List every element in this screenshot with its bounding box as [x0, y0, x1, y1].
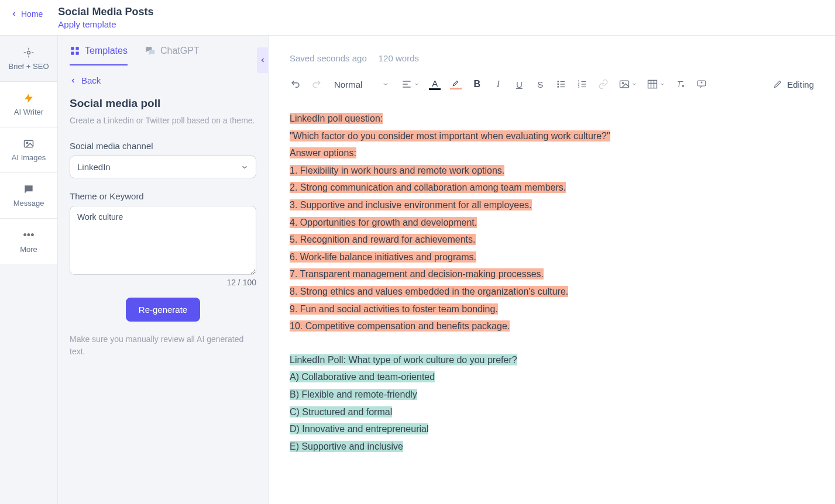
content-line: 5. Recognition and reward for achievemen…	[290, 234, 476, 245]
collapse-panel-button[interactable]	[257, 47, 269, 73]
content-line: 1. Flexibility in work hours and remote …	[290, 165, 504, 176]
align-button[interactable]	[401, 78, 420, 90]
editor-toolbar: Normal A B I U S 123	[290, 78, 814, 90]
bolt-icon	[23, 92, 35, 104]
svg-rect-10	[76, 52, 79, 55]
target-icon	[23, 47, 35, 58]
templates-icon	[70, 46, 80, 56]
chevron-down-icon	[414, 81, 420, 87]
tab-label: ChatGPT	[160, 46, 200, 56]
theme-input[interactable]	[70, 206, 256, 275]
back-button[interactable]: Back	[70, 75, 256, 85]
rail-label: Brief + SEO	[9, 62, 49, 71]
editing-label-text: Editing	[787, 80, 814, 89]
template-title: Social media poll	[70, 97, 256, 110]
content-line: LinkedIn Poll: What type of work culture…	[290, 354, 517, 365]
editor-content[interactable]: LinkedIn poll question: "Which factor do…	[290, 110, 814, 455]
theme-label: Theme or Keyword	[70, 191, 256, 201]
content-line: B) Flexible and remote-friendly	[290, 389, 417, 400]
rail-more[interactable]: ••• More	[0, 218, 57, 264]
format-select[interactable]: Normal	[332, 80, 391, 89]
underline-button[interactable]: U	[513, 78, 525, 90]
home-label: Home	[21, 9, 43, 19]
page-title: Social Media Posts	[58, 6, 153, 18]
chat-icon	[23, 184, 35, 195]
strike-button[interactable]: S	[534, 78, 546, 90]
numbered-list-button[interactable]: 123	[576, 78, 588, 90]
rail-message[interactable]: Message	[0, 172, 57, 218]
home-link[interactable]: Home	[6, 6, 47, 22]
svg-point-15	[558, 84, 559, 85]
bullet-list-button[interactable]	[555, 78, 567, 90]
content-line: "Which factor do you consider most impor…	[290, 130, 610, 141]
content-line: 2. Strong communication and collaboratio…	[290, 182, 566, 193]
chevron-left-icon	[259, 57, 266, 64]
content-line: 6. Work-life balance initiatives and pro…	[290, 251, 476, 263]
content-line: LinkedIn poll question:	[290, 113, 383, 124]
svg-rect-26	[620, 81, 629, 88]
channel-value: LinkedIn	[77, 162, 111, 172]
pencil-icon	[773, 80, 782, 89]
content-line: 7. Transparent management and decision-m…	[290, 268, 544, 279]
content-line: 10. Competitive compensation and benefit…	[290, 320, 510, 332]
svg-text:3: 3	[578, 85, 580, 88]
tab-templates[interactable]: Templates	[70, 46, 128, 65]
highlight-color-button[interactable]	[450, 79, 462, 89]
content-line: C) Structured and formal	[290, 406, 392, 417]
template-panel: Templates ChatGPT Back Social media poll…	[58, 36, 269, 504]
chevron-left-icon	[11, 11, 18, 18]
clear-format-button[interactable]	[675, 78, 686, 90]
italic-button[interactable]: I	[492, 78, 504, 90]
content-line: 4. Opportunities for growth and developm…	[290, 217, 477, 228]
svg-rect-7	[71, 47, 74, 50]
format-label: Normal	[334, 80, 362, 89]
channel-label: Social media channel	[70, 141, 256, 151]
undo-button[interactable]	[290, 78, 301, 90]
svg-rect-8	[76, 47, 79, 50]
comment-button[interactable]	[696, 78, 707, 90]
svg-point-27	[623, 82, 624, 84]
svg-point-14	[558, 81, 559, 82]
content-line: A) Collaborative and team-oriented	[290, 371, 435, 382]
apply-template-link[interactable]: Apply template	[58, 19, 153, 29]
tab-chatgpt[interactable]: ChatGPT	[144, 45, 200, 66]
word-count: 120 words	[379, 53, 419, 63]
back-label: Back	[81, 75, 101, 85]
channel-select[interactable]: LinkedIn	[70, 156, 256, 178]
content-line: D) Innovative and entrepreneurial	[290, 423, 428, 434]
dots-icon: •••	[23, 229, 35, 241]
chevron-left-icon	[70, 77, 77, 84]
rail-ai-images[interactable]: AI Images	[0, 127, 57, 172]
chevron-down-icon	[382, 81, 389, 88]
rail-label: AI Images	[12, 153, 46, 162]
rail-ai-writer[interactable]: AI Writer	[0, 81, 57, 127]
char-count: 12 / 100	[70, 278, 256, 287]
image-insert-button[interactable]	[618, 78, 637, 90]
chat-bubbles-icon	[144, 45, 156, 57]
rail-label: More	[20, 245, 37, 254]
rail-label: AI Writer	[14, 108, 43, 116]
table-insert-button[interactable]	[647, 78, 665, 90]
sidebar-rail: Brief + SEO AI Writer AI Images Message …	[0, 36, 58, 504]
rail-label: Message	[13, 199, 44, 208]
redo-button[interactable]	[311, 78, 322, 90]
regenerate-button[interactable]: Re-generate	[126, 298, 200, 322]
text-color-icon: A	[432, 79, 438, 88]
rail-brief-seo[interactable]: Brief + SEO	[0, 36, 57, 81]
chevron-down-icon	[659, 81, 665, 87]
content-line: 3. Supportive and inclusive environment …	[290, 199, 532, 210]
tab-label: Templates	[85, 46, 128, 56]
content-line: 9. Fun and social activities to foster t…	[290, 303, 498, 315]
image-icon	[23, 138, 35, 150]
chevron-down-icon	[631, 81, 637, 87]
highlighter-icon	[451, 79, 461, 87]
content-line: E) Supportive and inclusive	[290, 441, 403, 452]
panel-note: Make sure you manually review all AI gen…	[70, 333, 256, 358]
svg-rect-9	[71, 52, 74, 55]
text-color-button[interactable]: A	[429, 79, 441, 90]
bold-button[interactable]: B	[471, 78, 483, 90]
editing-mode-button[interactable]: Editing	[773, 80, 814, 89]
content-line: 8. Strong ethics and values embedded in …	[290, 286, 568, 297]
content-line: Answer options:	[290, 147, 356, 158]
link-button[interactable]	[597, 78, 609, 90]
